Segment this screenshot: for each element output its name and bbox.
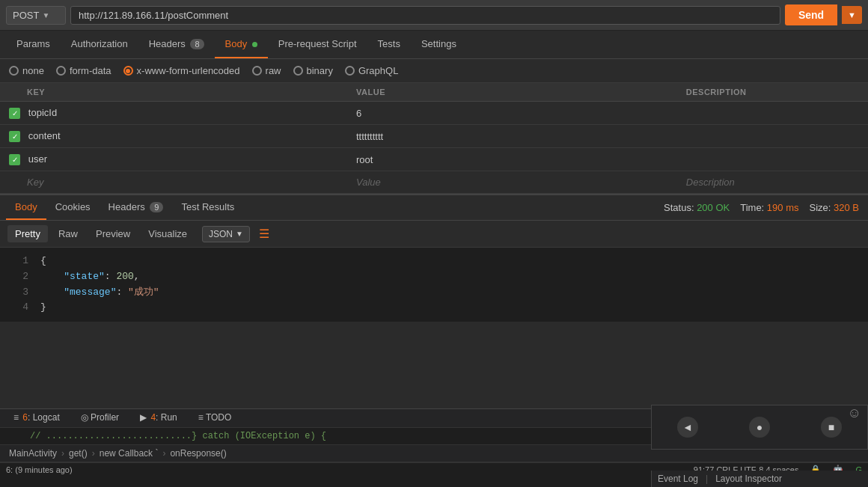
fmt-tab-raw[interactable]: Raw bbox=[51, 225, 85, 242]
method-select[interactable]: POST ▼ bbox=[6, 6, 66, 25]
radio-none bbox=[9, 66, 19, 76]
row3-value: root bbox=[347, 148, 677, 171]
tab-settings[interactable]: Settings bbox=[411, 31, 467, 58]
tab-params[interactable]: Params bbox=[6, 31, 61, 58]
send-dropdown-button[interactable]: ▼ bbox=[842, 6, 862, 24]
body-type-row: none form-data x-www-form-urlencoded raw… bbox=[0, 59, 868, 83]
json-format-select[interactable]: JSON ▼ bbox=[202, 226, 250, 242]
code-line-1: 1 { bbox=[0, 254, 868, 269]
code-line-2: 2 "state": 200, bbox=[0, 269, 868, 285]
ide-status-time: 6: (9 minutes ago) bbox=[6, 465, 73, 474]
tab-tests[interactable]: Tests bbox=[367, 31, 411, 58]
time-value: 190 ms bbox=[767, 202, 799, 213]
json-dropdown-arrow: ▼ bbox=[236, 230, 243, 238]
event-log-tab-area: Event Log | Layout Inspector bbox=[651, 471, 868, 487]
tab-pre-request[interactable]: Pre-request Script bbox=[268, 31, 367, 58]
resp-tab-body[interactable]: Body bbox=[6, 195, 46, 220]
method-label: POST bbox=[13, 10, 39, 21]
radio-raw bbox=[252, 66, 262, 76]
body-type-graphql[interactable]: GraphQL bbox=[345, 65, 398, 76]
table-row: ✓ topicId 6 bbox=[0, 102, 868, 125]
code-line-3: 3 "message": "成功" bbox=[0, 285, 868, 301]
radio-graphql bbox=[345, 66, 355, 76]
nav-home-button[interactable]: ● bbox=[749, 417, 770, 438]
radio-binary bbox=[293, 66, 303, 76]
indent-icon[interactable]: ☰ bbox=[259, 227, 269, 241]
body-type-none[interactable]: none bbox=[9, 65, 44, 76]
row1-value: 6 bbox=[347, 102, 677, 125]
row2-checkbox[interactable]: ✓ bbox=[9, 131, 20, 142]
tab-headers[interactable]: Headers 8 bbox=[138, 31, 215, 58]
row3-checkbox[interactable]: ✓ bbox=[9, 154, 20, 165]
placeholder-value[interactable]: Value bbox=[347, 171, 677, 194]
resp-headers-badge: 9 bbox=[150, 202, 163, 212]
breadcrumb-new-callback: new Callback ` bbox=[100, 448, 159, 459]
ide-catch-comment: // ...........................} catch (I… bbox=[30, 431, 326, 441]
resp-tab-cookies[interactable]: Cookies bbox=[46, 195, 100, 220]
body-type-urlencoded[interactable]: x-www-form-urlencoded bbox=[123, 65, 240, 76]
placeholder-key[interactable]: Key bbox=[0, 171, 347, 194]
status-value: 200 OK bbox=[697, 202, 730, 213]
body-type-form-data[interactable]: form-data bbox=[56, 65, 111, 76]
row1-description bbox=[677, 102, 868, 125]
tab-authorization[interactable]: Authorization bbox=[61, 31, 138, 58]
method-dropdown-arrow: ▼ bbox=[42, 11, 49, 19]
layout-inspector-tab[interactable]: Layout Inspector bbox=[715, 474, 782, 484]
breadcrumb-mainactivity: MainActivity bbox=[9, 448, 57, 459]
col-header-description: DESCRIPTION bbox=[677, 83, 868, 102]
resp-tab-test-results[interactable]: Test Results bbox=[172, 195, 243, 220]
ide-bottom-panel: ≡ 6: Logcat ◎ Profiler ▶ 4: Run ≡ TODO /… bbox=[0, 408, 868, 487]
response-tabs-bar: Body Cookies Headers 9 Test Results Stat… bbox=[0, 194, 868, 221]
nav-stop-button[interactable]: ■ bbox=[821, 417, 842, 438]
response-format-bar: Pretty Raw Preview Visualize JSON ▼ ☰ bbox=[0, 221, 868, 248]
event-log-tab[interactable]: Event Log bbox=[658, 474, 698, 484]
url-bar: POST ▼ Send ▼ bbox=[0, 0, 868, 31]
send-button[interactable]: Send bbox=[785, 4, 837, 25]
table-row-placeholder[interactable]: Key Value Description bbox=[0, 171, 868, 194]
col-header-key: KEY bbox=[0, 83, 347, 102]
ide-tab-run[interactable]: ▶ 4: Run bbox=[132, 409, 185, 427]
placeholder-description[interactable]: Description bbox=[677, 171, 868, 194]
row2-key: content bbox=[28, 130, 61, 141]
response-body-code: 1 { 2 "state": 200, 3 "message": "成功" 4 … bbox=[0, 248, 868, 322]
smiley-icon[interactable]: ☺ bbox=[848, 405, 861, 421]
ide-tab-logcat[interactable]: ≡ 6: Logcat bbox=[6, 409, 67, 427]
nav-back-button[interactable]: ◄ bbox=[677, 417, 698, 438]
body-active-dot bbox=[252, 42, 257, 47]
row3-description bbox=[677, 148, 868, 171]
table-row: ✓ user root bbox=[0, 148, 868, 171]
json-label: JSON bbox=[209, 229, 233, 239]
url-input[interactable] bbox=[70, 6, 780, 25]
row3-key: user bbox=[28, 153, 47, 165]
ide-tab-profiler[interactable]: ◎ Profiler bbox=[73, 409, 126, 427]
radio-urlencoded bbox=[123, 66, 133, 76]
breadcrumb-onresponse: onResponse() bbox=[170, 448, 226, 459]
resp-tab-headers[interactable]: Headers 9 bbox=[100, 195, 173, 220]
fmt-tab-preview[interactable]: Preview bbox=[88, 225, 138, 242]
response-status: Status: 200 OK Time: 190 ms Size: 320 B bbox=[664, 202, 862, 213]
fmt-tab-pretty[interactable]: Pretty bbox=[7, 225, 48, 242]
row1-checkbox[interactable]: ✓ bbox=[9, 108, 20, 119]
tab-body[interactable]: Body bbox=[215, 31, 268, 58]
code-line-4: 4 } bbox=[0, 300, 868, 316]
body-type-binary[interactable]: binary bbox=[293, 65, 333, 76]
fmt-tab-visualize[interactable]: Visualize bbox=[141, 225, 195, 242]
headers-badge: 8 bbox=[190, 39, 204, 49]
row2-description bbox=[677, 125, 868, 148]
col-header-value: VALUE bbox=[347, 83, 677, 102]
request-tabs: Params Authorization Headers 8 Body Pre-… bbox=[0, 31, 868, 59]
body-type-raw[interactable]: raw bbox=[252, 65, 281, 76]
breadcrumb-get: get() bbox=[69, 448, 88, 459]
row2-value: tttttttttt bbox=[347, 125, 677, 148]
ide-right-panel: ◄ ● ■ ☺ bbox=[651, 405, 868, 450]
params-table: KEY VALUE DESCRIPTION ✓ topicId 6 ✓ cont… bbox=[0, 83, 868, 194]
row1-key: topicId bbox=[28, 107, 57, 118]
radio-form-data bbox=[56, 66, 66, 76]
size-value: 320 B bbox=[834, 202, 859, 213]
ide-tab-todo[interactable]: ≡ TODO bbox=[191, 409, 239, 427]
table-row: ✓ content tttttttttt bbox=[0, 125, 868, 148]
